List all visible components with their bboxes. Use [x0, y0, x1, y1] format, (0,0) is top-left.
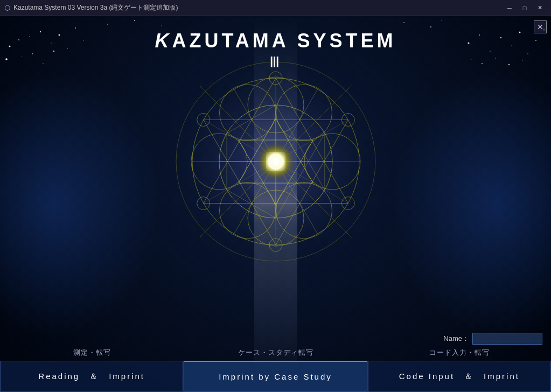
svg-point-5 [59, 34, 60, 36]
svg-point-4 [51, 43, 51, 43]
svg-point-3 [40, 31, 41, 32]
svg-point-16 [490, 51, 491, 52]
svg-point-9 [21, 56, 22, 57]
app-icon: ⬡ [4, 4, 10, 12]
name-field-container: Name： [443, 333, 542, 345]
maximize-button[interactable]: □ [518, 3, 532, 13]
svg-point-31 [403, 22, 404, 23]
svg-point-0 [9, 46, 11, 47]
svg-point-2 [29, 36, 30, 37]
name-label: Name： [443, 334, 469, 344]
bottom-nav: 測定・転写 ケース・スタディ転写 コード入力・転写 Reading ＆ Impr… [0, 345, 551, 392]
svg-point-6 [67, 48, 68, 49]
svg-point-15 [479, 34, 480, 36]
window-close-button[interactable]: ✕ [533, 3, 547, 13]
titlebar-controls: ─ □ ✕ [503, 3, 547, 13]
svg-point-10 [32, 53, 33, 54]
svg-point-8 [5, 58, 8, 60]
svg-point-13 [83, 40, 83, 40]
reading-imprint-button[interactable]: Reading ＆ Imprint [0, 361, 183, 392]
svg-point-19 [519, 32, 521, 33]
titlebar-left: ⬡ Kazutama System 03 Version 3a (縄文ゲート測定… [4, 3, 178, 12]
bottom-labels: 測定・転写 ケース・スタディ転写 コード入力・転写 [0, 345, 551, 361]
corner-close-button[interactable]: ✕ [534, 20, 547, 33]
svg-point-23 [471, 59, 471, 59]
label-code: コード入力・転写 [367, 345, 551, 361]
minimize-button[interactable]: ─ [503, 3, 517, 13]
svg-point-74 [273, 158, 279, 165]
svg-point-33 [441, 20, 442, 20]
svg-point-21 [535, 40, 536, 41]
svg-point-20 [527, 53, 528, 54]
name-input[interactable] [472, 333, 542, 345]
svg-point-28 [107, 24, 108, 25]
svg-point-32 [430, 26, 431, 27]
svg-point-26 [508, 64, 510, 65]
titlebar: ⬡ Kazutama System 03 Version 3a (縄文ゲート測定… [0, 0, 551, 16]
imprint-casestudy-button[interactable]: Imprint by Case Study [184, 361, 367, 392]
main-content: ✕ KAZUTAMA SYSTEM Ⅲ [0, 16, 551, 392]
svg-point-17 [500, 37, 501, 38]
svg-point-30 [161, 25, 162, 26]
svg-point-14 [468, 43, 470, 44]
svg-point-29 [134, 20, 135, 21]
svg-point-7 [75, 27, 76, 29]
svg-point-24 [482, 63, 483, 64]
svg-point-12 [53, 51, 54, 52]
bottom-buttons: Reading ＆ Imprint Imprint by Case Study … [0, 361, 551, 392]
svg-point-25 [495, 58, 496, 59]
svg-point-27 [522, 60, 522, 60]
svg-point-18 [511, 45, 512, 46]
label-reading: 測定・転写 [0, 345, 184, 361]
titlebar-title: Kazutama System 03 Version 3a (縄文ゲート測定追加… [13, 3, 178, 12]
svg-point-11 [43, 63, 44, 64]
sacred-geometry [163, 48, 389, 275]
code-input-button[interactable]: Code Input ＆ Imprint [368, 361, 551, 392]
svg-point-1 [18, 39, 19, 40]
label-casestudy: ケース・スタディ転写 [184, 345, 367, 361]
